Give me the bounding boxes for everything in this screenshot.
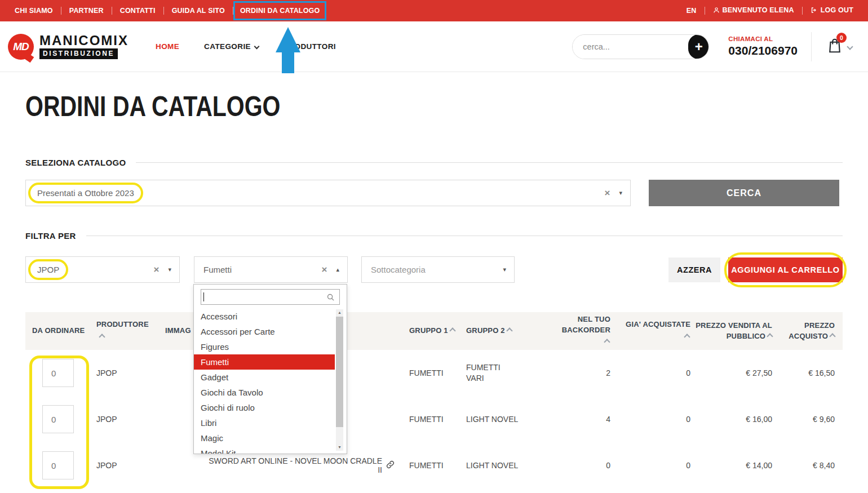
dropdown-scrollbar[interactable]: ▴ ▾ <box>336 309 343 451</box>
sort-asc-icon[interactable] <box>506 327 512 334</box>
dropdown-option[interactable]: Accessori per Carte <box>194 324 347 339</box>
user-icon <box>713 7 720 15</box>
retail-price-cell: € 27,50 <box>695 368 777 377</box>
col-header-gruppo2[interactable]: GRUPPO 2 <box>460 326 528 336</box>
topbar-link-guida-al-sito[interactable]: GUIDA AL SITO <box>164 7 233 15</box>
nav-categorie[interactable]: CATEGORIE <box>204 42 259 51</box>
dropdown-option[interactable]: Giochi di ruolo <box>194 400 347 415</box>
clear-icon[interactable]: × <box>154 264 160 276</box>
main-nav: HOME CATEGORIE PRODUTTORI <box>156 42 336 51</box>
dropdown-search-box[interactable] <box>201 289 340 305</box>
product-name: SWORD ART ONLINE - NOVEL MOON CRADLE II <box>203 456 382 474</box>
topbar-link-ordini-da-catalogo[interactable]: ORDINI DA CATALOGO <box>233 1 327 20</box>
col-header-backorder-label: NEL TUO BACKORDER <box>562 315 610 334</box>
subcategory-filter-select[interactable]: Sottocategoria ▾ <box>361 256 515 283</box>
backorder-cell: 0 <box>528 461 615 470</box>
nav-categorie-label: CATEGORIE <box>204 42 251 51</box>
logout-link[interactable]: LOG OUT <box>803 6 861 15</box>
site-logo[interactable]: MD MANICOMIX DISTRIBUZIONE <box>8 34 129 60</box>
col-header-prezzo-vendita[interactable]: PREZZO VENDITA AL PUBBLICO <box>695 321 777 342</box>
phone-number: 030/2106970 <box>728 43 798 58</box>
group1-cell: FUMETTI <box>409 415 460 424</box>
col-header-prezzo-acquisto-label: PREZZO ACQUISTO <box>789 321 835 340</box>
col-header-da-ordinare[interactable]: DA ORDINARE <box>25 326 85 336</box>
divider <box>811 32 812 61</box>
caret-down-icon[interactable]: ▾ <box>168 266 171 273</box>
dropdown-option[interactable]: Gadget <box>194 370 347 385</box>
clear-icon[interactable]: × <box>605 188 610 199</box>
table-row: JPOP FUMETTI LIGHT NOVEL 4 0 € 16,00 € 9… <box>25 396 843 442</box>
col-header-prezzo-acquisto[interactable]: PREZZO ACQUISTO <box>777 321 843 342</box>
producer-filter-value: JPOP <box>37 265 59 274</box>
category-filter-select[interactable]: Fumetti × ▴ <box>194 256 348 283</box>
annotation-yellow-oval: Presentati a Ottobre 2023 <box>28 183 143 203</box>
dropdown-option[interactable]: Libri <box>194 415 347 430</box>
sort-asc-icon[interactable] <box>449 327 455 334</box>
col-header-produttore-label: PRODUTTORE <box>96 320 149 328</box>
producer-cell: JPOP <box>85 368 158 377</box>
nav-home[interactable]: HOME <box>156 42 179 51</box>
topbar-link-partner[interactable]: PARTNER <box>61 7 112 15</box>
sort-asc-icon[interactable] <box>767 333 773 339</box>
sort-asc-icon[interactable] <box>829 333 835 339</box>
dropdown-option[interactable]: Model Kit <box>194 446 347 454</box>
caret-down-icon[interactable]: ▾ <box>619 189 622 197</box>
annotation-yellow-oval: JPOP <box>28 259 68 280</box>
welcome-user-link[interactable]: BENVENUTO ELENA <box>705 6 802 15</box>
call-us-label: CHIAMACI AL <box>728 35 798 43</box>
call-us-block: CHIAMACI AL 030/2106970 <box>728 35 798 58</box>
catalog-select-value: Presentati a Ottobre 2023 <box>37 188 134 198</box>
sort-asc-icon[interactable] <box>684 334 690 340</box>
group1-cell: FUMETTI <box>409 461 460 470</box>
qty-input[interactable] <box>42 359 74 387</box>
qty-input[interactable] <box>42 405 74 433</box>
scroll-up-icon[interactable]: ▴ <box>336 309 343 316</box>
logout-icon <box>811 7 818 15</box>
col-header-acquistate[interactable]: GIA' ACQUISTATE <box>615 319 695 343</box>
dropdown-option[interactable]: Accessori <box>194 309 347 324</box>
caret-up-icon[interactable]: ▴ <box>336 266 339 273</box>
dropdown-option[interactable]: Figures <box>194 339 347 354</box>
col-header-gruppo1[interactable]: GRUPPO 1 <box>409 326 460 336</box>
dropdown-option[interactable]: Giochi da Tavolo <box>194 385 347 400</box>
producer-filter-select[interactable]: JPOP × ▾ <box>25 256 180 283</box>
filter-section-label: FILTRA PER <box>25 231 843 241</box>
sort-asc-icon[interactable] <box>604 339 610 345</box>
search-input[interactable] <box>573 35 688 59</box>
scroll-down-icon[interactable]: ▾ <box>336 444 343 451</box>
col-header-backorder[interactable]: NEL TUO BACKORDER <box>528 314 615 348</box>
logout-label: LOG OUT <box>821 6 853 14</box>
cart-button[interactable]: 0 <box>826 37 852 57</box>
purchased-cell: 0 <box>615 415 695 424</box>
dropdown-option[interactable]: Magic <box>194 430 347 446</box>
azzera-button[interactable]: AZZERA <box>668 257 720 282</box>
producer-cell: JPOP <box>85 461 158 470</box>
dropdown-option-selected[interactable]: Fumetti <box>194 354 335 370</box>
cost-price-cell: € 8,40 <box>777 461 843 470</box>
scrollbar-thumb[interactable] <box>336 317 343 427</box>
nav-produttori[interactable]: PRODUTTORI <box>284 42 336 51</box>
clear-icon[interactable]: × <box>322 264 327 276</box>
qty-input[interactable] <box>42 451 74 479</box>
search-submit-button[interactable]: + <box>688 34 709 59</box>
table-header-row: DA ORDINARE PRODUTTORE IMMAG GRUPPO 1 GR… <box>25 312 843 350</box>
product-link-icon[interactable] <box>386 460 395 470</box>
topbar-link-chi-siamo[interactable]: CHI SIAMO <box>7 7 61 15</box>
purchased-cell: 0 <box>615 461 695 470</box>
header-search: + <box>572 34 709 59</box>
caret-down-icon[interactable]: ▾ <box>503 266 506 273</box>
col-header-gruppo1-label: GRUPPO 1 <box>409 326 448 335</box>
text-cursor <box>203 292 204 301</box>
top-utility-bar: CHI SIAMO PARTNER CONTATTI GUIDA AL SITO… <box>0 0 868 21</box>
add-to-cart-button[interactable]: AGGIUNGI AL CARRELLO <box>728 257 843 282</box>
language-toggle-en[interactable]: EN <box>679 7 705 15</box>
topbar-link-contatti[interactable]: CONTATTI <box>112 7 163 15</box>
cerca-button[interactable]: CERCA <box>649 180 839 206</box>
col-header-produttore[interactable]: PRODUTTORE <box>85 319 158 343</box>
purchased-cell: 0 <box>615 368 695 377</box>
catalog-select[interactable]: Presentati a Ottobre 2023 × ▾ <box>25 180 631 206</box>
cart-count-badge: 0 <box>836 33 847 43</box>
sort-asc-icon[interactable] <box>99 334 105 340</box>
select-catalog-label: SELEZIONA CATALOGO <box>25 158 126 167</box>
site-header: MD MANICOMIX DISTRIBUZIONE HOME CATEGORI… <box>0 21 868 72</box>
